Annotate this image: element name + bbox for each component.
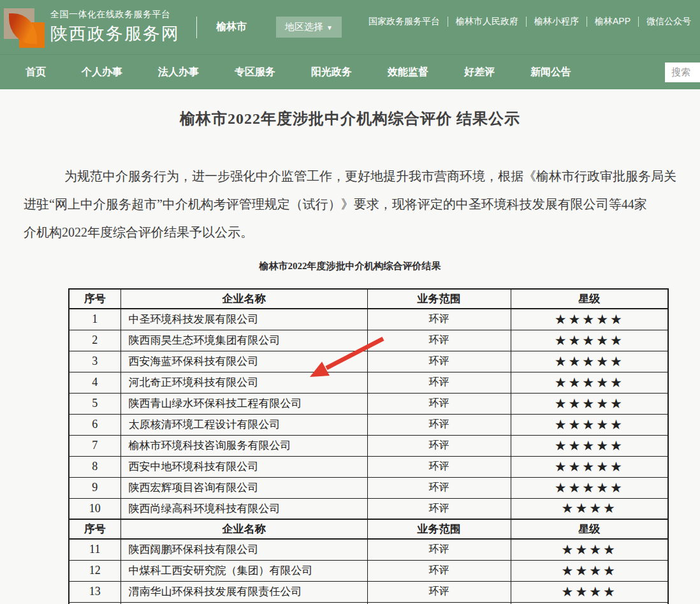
nav-item[interactable]: 法人办事 xyxy=(158,66,199,79)
company-name-cell: 陕西尚绿高科环境科技有限公司 xyxy=(120,498,367,519)
column-header: 序号 xyxy=(69,289,120,309)
column-header: 企业名称 xyxy=(120,289,367,309)
top-link[interactable]: 微信公众号 xyxy=(646,16,691,27)
table-row: 2陕西雨昊生态环境集团有限公司环评★★★★★ xyxy=(69,330,668,351)
star-rating-cell: ★★★★ xyxy=(511,581,668,602)
top-link[interactable]: 榆林APP xyxy=(595,16,631,27)
nav-items: 首页个人办事法人办事专区服务阳光政务效能监督好差评新闻公告 xyxy=(26,66,571,79)
column-header: 序号 xyxy=(69,519,120,539)
company-name-cell: 渭南华山环保科技发展有限责任公司 xyxy=(120,581,367,602)
header-divider xyxy=(196,17,197,38)
site-logo[interactable] xyxy=(4,8,45,50)
star-rating-cell: ★★★★★ xyxy=(511,393,668,414)
nav-item[interactable]: 阳光政务 xyxy=(311,66,352,79)
business-scope-cell: 环评 xyxy=(367,393,511,414)
row-number-cell: 7 xyxy=(69,435,120,456)
business-scope-cell: 环评 xyxy=(367,560,511,581)
company-name-cell: 陕西雨昊生态环境集团有限公司 xyxy=(120,330,367,351)
row-number-cell: 1 xyxy=(69,309,120,330)
table-row: 1中圣环境科技发展有限公司环评★★★★★ xyxy=(69,309,668,330)
table-row: 13渭南华山环保科技发展有限责任公司环评★★★★ xyxy=(69,581,668,602)
company-name-cell: 中圣环境科技发展有限公司 xyxy=(120,309,367,330)
company-name-cell: 陕西宏辉项目咨询有限公司 xyxy=(120,477,367,498)
announcement-document: 榆林市2022年度涉批中介机构综合评价 结果公示 为规范中介服务行为，进一步强化… xyxy=(0,108,700,604)
region-select-button[interactable]: 地区选择▼ xyxy=(276,17,342,38)
table-caption: 榆林市2022年度涉批中介机构综合评价结果 xyxy=(0,260,700,272)
star-rating-cell: ★★★★ xyxy=(511,539,668,560)
column-header: 星级 xyxy=(511,289,668,309)
table-row: 3西安海蓝环保科技有限公司环评★★★★★ xyxy=(69,351,668,372)
link-separator xyxy=(638,17,639,27)
star-rating-cell: ★★★★★ xyxy=(511,477,668,498)
main-nav: 首页个人办事法人办事专区服务阳光政务效能监督好差评新闻公告 搜索 xyxy=(0,54,700,89)
current-city-label[interactable]: 榆林市 xyxy=(216,20,247,34)
announcement-paragraph: 为规范中介服务行为，进一步强化中介监管工作，更好地提升我市营商环境，根据《榆林市… xyxy=(24,162,700,246)
platform-tagline: 全国一体化在线政务服务平台 xyxy=(50,9,180,20)
business-scope-cell: 环评 xyxy=(367,414,511,435)
row-number-cell: 5 xyxy=(69,393,120,414)
row-number-cell: 13 xyxy=(69,581,120,602)
link-separator xyxy=(526,17,527,27)
nav-item[interactable]: 首页 xyxy=(26,66,46,79)
business-scope-cell: 环评 xyxy=(367,330,511,351)
paragraph-line: 为规范中介服务行为，进一步强化中介监管工作，更好地提升我市营商环境，根据《榆林市… xyxy=(24,162,700,190)
nav-item[interactable]: 个人办事 xyxy=(82,66,122,79)
company-name-cell: 太原核清环境工程设计有限公司 xyxy=(120,414,367,435)
business-scope-cell: 环评 xyxy=(367,498,511,519)
star-rating-cell: ★★★★★ xyxy=(511,372,668,393)
top-link[interactable]: 榆林市人民政府 xyxy=(456,16,518,27)
star-rating-cell: ★★★★★ xyxy=(511,330,668,351)
star-rating-cell: ★★★★★ xyxy=(511,456,668,477)
site-header: 全国一体化在线政务服务平台 陕西政务服务网 榆林市 地区选择▼ 国家政务服务平台… xyxy=(0,0,700,54)
top-link[interactable]: 国家政务服务平台 xyxy=(368,16,440,27)
page-title: 榆林市2022年度涉批中介机构综合评价 结果公示 xyxy=(0,108,700,129)
business-scope-cell: 环评 xyxy=(367,309,511,330)
evaluation-results-table: 序号企业名称业务范围星级1中圣环境科技发展有限公司环评★★★★★2陕西雨昊生态环… xyxy=(68,288,669,604)
company-name-cell: 榆林市环境科技咨询服务有限公司 xyxy=(120,435,367,456)
nav-item[interactable]: 专区服务 xyxy=(235,66,275,79)
business-scope-cell: 环评 xyxy=(367,435,511,456)
star-rating-cell: ★★★★★ xyxy=(511,414,668,435)
table-row: 6太原核清环境工程设计有限公司环评★★★★★ xyxy=(69,414,668,435)
paragraph-line: 进驻“网上中介服务超市”中介机构考评管理规定（试行）》要求，现将评定的中圣环境科… xyxy=(24,190,700,218)
business-scope-cell: 环评 xyxy=(367,581,511,602)
paragraph-line: 介机构2022年度综合评价结果予以公示。 xyxy=(24,218,700,246)
search-placeholder: 搜索 xyxy=(671,66,690,78)
top-link[interactable]: 榆林小程序 xyxy=(534,16,579,27)
business-scope-cell: 环评 xyxy=(367,477,511,498)
row-number-cell: 12 xyxy=(69,560,120,581)
star-rating-cell: ★★★★ xyxy=(511,498,668,519)
row-number-cell: 8 xyxy=(69,456,120,477)
table-header-row: 序号企业名称业务范围星级 xyxy=(69,289,668,309)
table-row: 11陕西阔鹏环保科技有限公司环评★★★★ xyxy=(69,539,668,560)
row-number-cell: 10 xyxy=(69,498,120,519)
company-name-cell: 中煤科工西安研究院（集团）有限公司 xyxy=(120,560,367,581)
table-row: 10陕西尚绿高科环境科技有限公司环评★★★★ xyxy=(69,498,668,519)
table-row: 7榆林市环境科技咨询服务有限公司环评★★★★★ xyxy=(69,435,668,456)
column-header: 业务范围 xyxy=(367,289,511,309)
row-number-cell: 3 xyxy=(69,351,120,372)
column-header: 星级 xyxy=(511,519,668,539)
brand-text: 全国一体化在线政务服务平台 陕西政务服务网 xyxy=(50,9,180,45)
star-rating-cell: ★★★★★ xyxy=(511,309,668,330)
nav-item[interactable]: 好差评 xyxy=(464,66,495,79)
table-row: 8西安中地环境科技有限公司环评★★★★★ xyxy=(69,456,668,477)
top-links: 国家政务服务平台榆林市人民政府榆林小程序榆林APP微信公众号注册 xyxy=(368,15,700,27)
region-select-label: 地区选择 xyxy=(285,21,323,32)
table-header-row: 序号企业名称业务范围星级 xyxy=(69,519,668,539)
table-row: 4河北奇正环境科技有限公司环评★★★★★ xyxy=(69,372,668,393)
table-row: 9陕西宏辉项目咨询有限公司环评★★★★★ xyxy=(69,477,668,498)
link-separator xyxy=(587,17,587,27)
company-name-cell: 西安海蓝环保科技有限公司 xyxy=(120,351,367,372)
business-scope-cell: 环评 xyxy=(367,351,511,372)
star-rating-cell: ★★★★★ xyxy=(511,351,668,372)
search-input[interactable]: 搜索 xyxy=(665,63,700,82)
table-row: 5陕西青山绿水环保科技工程有限公司环评★★★★★ xyxy=(69,393,668,414)
link-separator xyxy=(448,17,448,27)
table-row: 12中煤科工西安研究院（集团）有限公司环评★★★★ xyxy=(69,560,668,581)
row-number-cell: 4 xyxy=(69,372,120,393)
nav-item[interactable]: 效能监督 xyxy=(388,66,428,79)
nav-item[interactable]: 新闻公告 xyxy=(530,66,571,79)
business-scope-cell: 环评 xyxy=(367,372,511,393)
chevron-down-icon: ▼ xyxy=(326,24,333,31)
